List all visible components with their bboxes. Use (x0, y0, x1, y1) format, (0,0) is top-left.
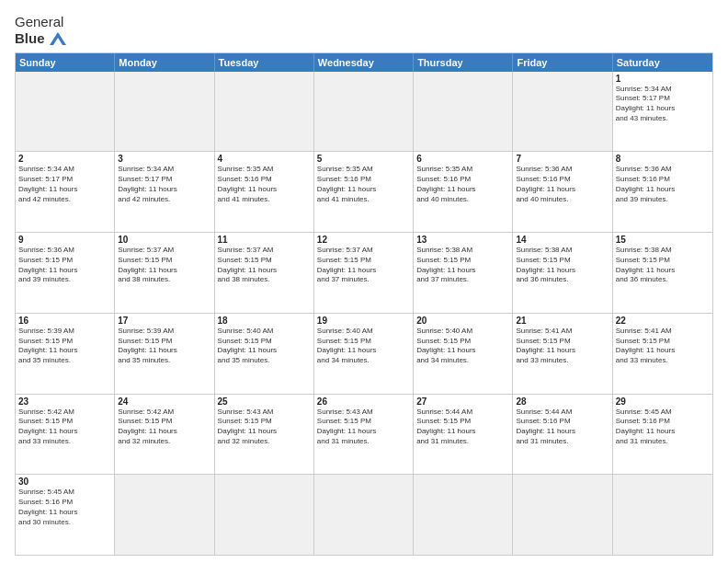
day-number: 25 (218, 396, 311, 407)
calendar-cell (414, 475, 513, 555)
calendar-cell (613, 475, 712, 555)
calendar-row: 1Sunrise: 5:34 AM Sunset: 5:17 PM Daylig… (16, 72, 712, 153)
day-number: 13 (416, 235, 509, 245)
day-number: 30 (18, 477, 111, 487)
day-info: Sunrise: 5:36 AM Sunset: 5:16 PM Dayligh… (616, 165, 710, 204)
day-info: Sunrise: 5:38 AM Sunset: 5:15 PM Dayligh… (516, 246, 609, 285)
calendar-cell (414, 72, 513, 152)
day-info: Sunrise: 5:34 AM Sunset: 5:17 PM Dayligh… (118, 165, 210, 204)
day-number: 11 (218, 235, 311, 245)
day-number: 12 (317, 235, 410, 245)
calendar-header-cell: Monday (115, 53, 214, 72)
calendar-cell: 21Sunrise: 5:41 AM Sunset: 5:15 PM Dayli… (513, 314, 612, 394)
day-number: 23 (18, 396, 111, 407)
day-info: Sunrise: 5:39 AM Sunset: 5:15 PM Dayligh… (118, 327, 210, 366)
day-info: Sunrise: 5:37 AM Sunset: 5:15 PM Dayligh… (118, 246, 210, 285)
calendar-row: 2Sunrise: 5:34 AM Sunset: 5:17 PM Daylig… (16, 152, 712, 233)
day-info: Sunrise: 5:36 AM Sunset: 5:16 PM Dayligh… (516, 165, 609, 204)
calendar-cell (314, 475, 414, 555)
day-number: 19 (317, 316, 410, 326)
day-number: 5 (317, 154, 410, 164)
calendar-cell: 2Sunrise: 5:34 AM Sunset: 5:17 PM Daylig… (16, 152, 115, 232)
logo-icon (48, 30, 68, 47)
calendar-cell: 26Sunrise: 5:43 AM Sunset: 5:15 PM Dayli… (314, 395, 414, 475)
day-number: 3 (118, 154, 210, 164)
calendar-header-cell: Thursday (414, 53, 513, 72)
day-info: Sunrise: 5:42 AM Sunset: 5:15 PM Dayligh… (118, 408, 210, 447)
calendar-row: 16Sunrise: 5:39 AM Sunset: 5:15 PM Dayli… (16, 314, 712, 395)
day-number: 8 (616, 154, 710, 164)
calendar-cell (16, 72, 115, 152)
day-number: 20 (416, 316, 509, 326)
day-info: Sunrise: 5:36 AM Sunset: 5:15 PM Dayligh… (18, 246, 111, 285)
calendar-cell: 4Sunrise: 5:35 AM Sunset: 5:16 PM Daylig… (215, 152, 314, 232)
day-info: Sunrise: 5:43 AM Sunset: 5:15 PM Dayligh… (317, 408, 410, 447)
calendar-cell: 22Sunrise: 5:41 AM Sunset: 5:15 PM Dayli… (613, 314, 712, 394)
calendar-cell: 28Sunrise: 5:44 AM Sunset: 5:16 PM Dayli… (513, 395, 612, 475)
day-number: 21 (516, 316, 609, 326)
day-number: 10 (118, 235, 210, 245)
day-number: 24 (118, 396, 210, 407)
calendar-cell: 16Sunrise: 5:39 AM Sunset: 5:15 PM Dayli… (16, 314, 115, 394)
calendar-cell (513, 72, 612, 152)
calendar: SundayMondayTuesdayWednesdayThursdayFrid… (15, 52, 713, 557)
calendar-cell: 25Sunrise: 5:43 AM Sunset: 5:15 PM Dayli… (215, 395, 314, 475)
day-number: 1 (616, 74, 710, 84)
calendar-cell: 29Sunrise: 5:45 AM Sunset: 5:16 PM Dayli… (613, 395, 712, 475)
day-info: Sunrise: 5:34 AM Sunset: 5:17 PM Dayligh… (18, 165, 111, 204)
calendar-body: 1Sunrise: 5:34 AM Sunset: 5:17 PM Daylig… (16, 72, 712, 556)
calendar-cell: 23Sunrise: 5:42 AM Sunset: 5:15 PM Dayli… (16, 395, 115, 475)
day-number: 27 (416, 396, 509, 407)
day-info: Sunrise: 5:39 AM Sunset: 5:15 PM Dayligh… (18, 327, 111, 366)
calendar-cell (215, 72, 314, 152)
day-number: 18 (218, 316, 311, 326)
calendar-header-cell: Friday (513, 53, 612, 72)
day-number: 14 (516, 235, 609, 245)
day-info: Sunrise: 5:45 AM Sunset: 5:16 PM Dayligh… (616, 408, 710, 447)
calendar-cell: 19Sunrise: 5:40 AM Sunset: 5:15 PM Dayli… (314, 314, 414, 394)
calendar-cell: 30Sunrise: 5:45 AM Sunset: 5:16 PM Dayli… (16, 475, 115, 555)
day-number: 16 (18, 316, 111, 326)
calendar-header-cell: Wednesday (314, 53, 414, 72)
calendar-cell: 1Sunrise: 5:34 AM Sunset: 5:17 PM Daylig… (613, 72, 712, 152)
calendar-cell (215, 475, 314, 555)
day-number: 28 (516, 396, 609, 407)
calendar-cell: 6Sunrise: 5:35 AM Sunset: 5:16 PM Daylig… (414, 152, 513, 232)
calendar-cell: 5Sunrise: 5:35 AM Sunset: 5:16 PM Daylig… (314, 152, 414, 232)
calendar-cell: 9Sunrise: 5:36 AM Sunset: 5:15 PM Daylig… (16, 233, 115, 313)
calendar-cell: 18Sunrise: 5:40 AM Sunset: 5:15 PM Dayli… (215, 314, 314, 394)
day-info: Sunrise: 5:35 AM Sunset: 5:16 PM Dayligh… (317, 165, 410, 204)
day-info: Sunrise: 5:44 AM Sunset: 5:15 PM Dayligh… (416, 408, 509, 447)
calendar-cell (314, 72, 414, 152)
calendar-cell: 15Sunrise: 5:38 AM Sunset: 5:15 PM Dayli… (613, 233, 712, 313)
day-number: 26 (317, 396, 410, 407)
logo: General Blue (15, 15, 68, 47)
day-number: 6 (416, 154, 509, 164)
day-info: Sunrise: 5:45 AM Sunset: 5:16 PM Dayligh… (18, 488, 111, 527)
page: General Blue SundayMondayTuesdayWednesda… (0, 0, 728, 563)
calendar-cell (513, 475, 612, 555)
day-info: Sunrise: 5:43 AM Sunset: 5:15 PM Dayligh… (218, 408, 311, 447)
calendar-cell: 14Sunrise: 5:38 AM Sunset: 5:15 PM Dayli… (513, 233, 612, 313)
calendar-cell: 12Sunrise: 5:37 AM Sunset: 5:15 PM Dayli… (314, 233, 414, 313)
day-info: Sunrise: 5:38 AM Sunset: 5:15 PM Dayligh… (616, 246, 710, 285)
day-number: 15 (616, 235, 710, 245)
calendar-cell (115, 72, 214, 152)
day-info: Sunrise: 5:34 AM Sunset: 5:17 PM Dayligh… (616, 85, 710, 124)
logo-text: General (15, 15, 68, 30)
day-info: Sunrise: 5:38 AM Sunset: 5:15 PM Dayligh… (416, 246, 509, 285)
day-number: 7 (516, 154, 609, 164)
day-number: 22 (616, 316, 710, 326)
day-info: Sunrise: 5:37 AM Sunset: 5:15 PM Dayligh… (317, 246, 410, 285)
calendar-cell: 8Sunrise: 5:36 AM Sunset: 5:16 PM Daylig… (613, 152, 712, 232)
day-number: 9 (18, 235, 111, 245)
header: General Blue (15, 11, 713, 47)
day-info: Sunrise: 5:40 AM Sunset: 5:15 PM Dayligh… (317, 327, 410, 366)
calendar-header-cell: Saturday (613, 53, 712, 72)
calendar-row: 23Sunrise: 5:42 AM Sunset: 5:15 PM Dayli… (16, 395, 712, 476)
calendar-cell: 10Sunrise: 5:37 AM Sunset: 5:15 PM Dayli… (115, 233, 214, 313)
calendar-cell: 7Sunrise: 5:36 AM Sunset: 5:16 PM Daylig… (513, 152, 612, 232)
calendar-cell: 27Sunrise: 5:44 AM Sunset: 5:15 PM Dayli… (414, 395, 513, 475)
day-info: Sunrise: 5:41 AM Sunset: 5:15 PM Dayligh… (616, 327, 710, 366)
calendar-cell (115, 475, 214, 555)
